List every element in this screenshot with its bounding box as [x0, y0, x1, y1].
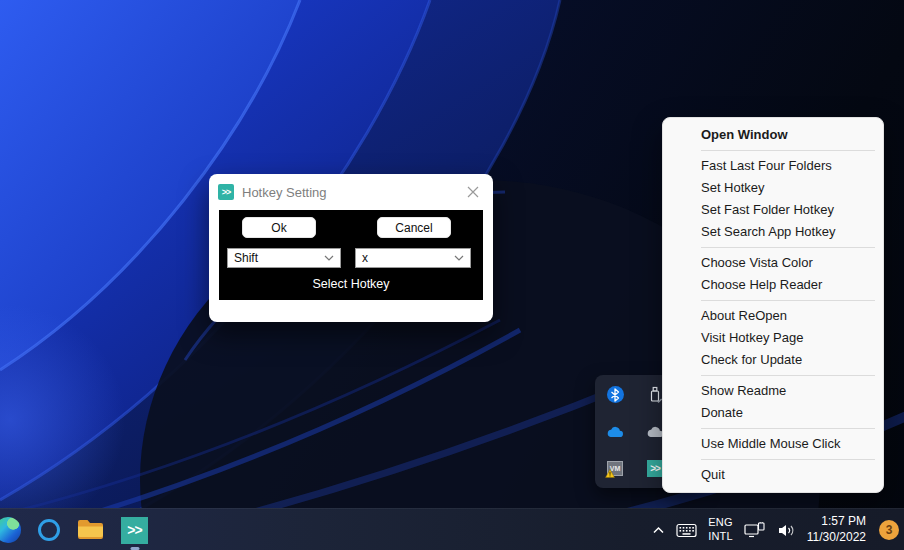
menu-separator	[701, 428, 875, 429]
network-icon[interactable]	[744, 522, 766, 539]
menu-item-use-middle-mouse-click[interactable]: Use Middle Mouse Click	[663, 433, 883, 455]
hotkey-setting-dialog: >> Hotkey Setting Ok Cancel Shift x	[209, 174, 493, 322]
chevron-up-icon[interactable]	[652, 526, 665, 535]
key-select[interactable]: x	[355, 248, 471, 268]
menu-item-choose-vista-color[interactable]: Choose Vista Color	[663, 252, 883, 274]
menu-separator	[701, 247, 875, 248]
edge-icon[interactable]	[0, 517, 21, 543]
select-hotkey-label: Select Hotkey	[219, 277, 483, 291]
chevron-down-icon	[454, 255, 464, 261]
menu-item-set-fast-folder-hotkey[interactable]: Set Fast Folder Hotkey	[663, 199, 883, 221]
file-explorer-icon[interactable]	[77, 519, 104, 541]
taskbar-pinned-apps: >>	[0, 509, 148, 550]
clock-time: 1:57 PM	[807, 514, 866, 530]
menu-item-donate[interactable]: Donate	[663, 402, 883, 424]
language-line2: INTL	[708, 530, 733, 544]
desktop: >> Hotkey Setting Ok Cancel Shift x	[0, 0, 904, 550]
clock-date: 11/30/2022	[807, 530, 866, 546]
language-line1: ENG	[708, 516, 733, 530]
reopen-glyph: >>	[127, 522, 141, 538]
taskbar: >> ENG INTL	[0, 508, 904, 550]
volume-icon[interactable]	[777, 523, 796, 538]
taskbar-system-tray: ENG INTL 1:57 PM 11/3	[652, 509, 899, 550]
modifier-value: Shift	[234, 251, 258, 265]
ok-button[interactable]: Ok	[242, 217, 316, 238]
vm-warning-icon[interactable]: VM	[606, 460, 624, 478]
notification-count-badge[interactable]: 3	[879, 520, 899, 540]
menu-separator	[701, 459, 875, 460]
clock[interactable]: 1:57 PM 11/30/2022	[807, 514, 866, 545]
modifier-select[interactable]: Shift	[227, 248, 341, 268]
menu-item-choose-help-reader[interactable]: Choose Help Reader	[663, 274, 883, 296]
menu-item-visit-hotkey-page[interactable]: Visit Hotkey Page	[663, 327, 883, 349]
touch-keyboard-icon[interactable]	[676, 523, 697, 538]
reopen-app-icon[interactable]: >>	[218, 184, 234, 200]
chevron-down-icon	[324, 255, 334, 261]
onedrive-icon[interactable]	[606, 423, 624, 441]
menu-separator	[701, 300, 875, 301]
menu-item-quit[interactable]: Quit	[663, 464, 883, 486]
warning-triangle-icon	[605, 469, 615, 478]
menu-item-set-hotkey[interactable]: Set Hotkey	[663, 177, 883, 199]
dialog-title: Hotkey Setting	[242, 185, 327, 200]
key-value: x	[362, 251, 368, 265]
language-indicator[interactable]: ENG INTL	[708, 516, 733, 544]
reopen-taskbar-icon[interactable]: >>	[121, 517, 148, 544]
menu-item-about-reopen[interactable]: About ReOpen	[663, 305, 883, 327]
close-icon[interactable]	[465, 184, 481, 200]
reopen-context-menu: Open Window Fast Last Four Folders Set H…	[662, 117, 884, 493]
dialog-body: Ok Cancel Shift x Select Hotkey	[219, 210, 483, 300]
running-indicator	[130, 547, 139, 550]
menu-item-show-readme[interactable]: Show Readme	[663, 380, 883, 402]
bluetooth-icon[interactable]	[606, 386, 624, 404]
menu-item-check-for-update[interactable]: Check for Update	[663, 349, 883, 371]
menu-item-set-search-app-hotkey[interactable]: Set Search App Hotkey	[663, 221, 883, 243]
menu-separator	[701, 375, 875, 376]
dialog-titlebar[interactable]: >> Hotkey Setting	[209, 174, 493, 210]
menu-separator	[701, 150, 875, 151]
menu-item-open-window[interactable]: Open Window	[663, 124, 883, 146]
cancel-button[interactable]: Cancel	[377, 217, 451, 238]
cortana-icon[interactable]	[38, 519, 60, 541]
menu-item-fast-last-four-folders[interactable]: Fast Last Four Folders	[663, 155, 883, 177]
